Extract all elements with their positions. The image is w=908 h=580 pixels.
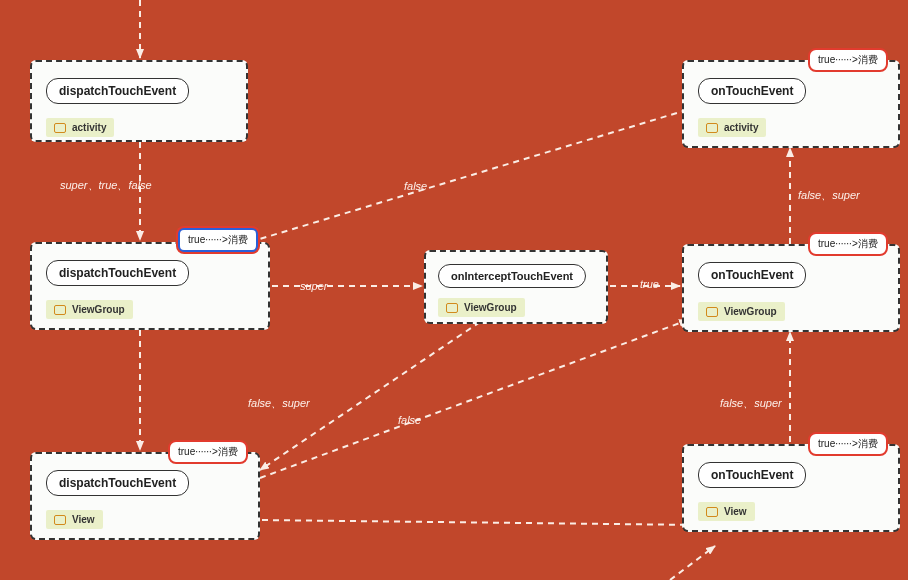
package-icon <box>706 123 718 133</box>
edge-label: false <box>398 414 421 426</box>
node-subtype-label: View <box>72 514 95 525</box>
node-ontouch-viewgroup: onTouchEvent ViewGroup <box>682 244 900 332</box>
node-subtype: activity <box>698 118 766 137</box>
edge-label: false、super <box>248 396 310 411</box>
consume-badge-dispatch-view: true······>消费 <box>168 440 248 464</box>
edge-label: super、true、false <box>60 178 152 193</box>
package-icon <box>706 507 718 517</box>
svg-line-11 <box>670 546 715 580</box>
edge-label: false、super <box>798 188 860 203</box>
node-title: onTouchEvent <box>698 262 806 288</box>
node-subtype-label: ViewGroup <box>72 304 125 315</box>
svg-line-10 <box>262 520 700 525</box>
package-icon <box>706 307 718 317</box>
node-subtype: ViewGroup <box>438 298 525 317</box>
edge-label: true <box>640 278 659 290</box>
node-subtype: activity <box>46 118 114 137</box>
node-title: onInterceptTouchEvent <box>438 264 586 288</box>
node-subtype-label: activity <box>724 122 758 133</box>
node-ontouch-activity: onTouchEvent activity <box>682 60 900 148</box>
package-icon <box>54 305 66 315</box>
node-subtype-label: ViewGroup <box>724 306 777 317</box>
node-intercept-viewgroup: onInterceptTouchEvent ViewGroup <box>424 250 608 324</box>
node-title: dispatchTouchEvent <box>46 260 189 286</box>
svg-line-8 <box>250 106 700 242</box>
consume-badge-ontouch-view: true······>消费 <box>808 432 888 456</box>
node-title: onTouchEvent <box>698 78 806 104</box>
package-icon <box>54 123 66 133</box>
node-subtype: View <box>698 502 755 521</box>
edge-label: false、super <box>720 396 782 411</box>
node-subtype-label: View <box>724 506 747 517</box>
node-subtype-label: activity <box>72 122 106 133</box>
consume-badge-dispatch-viewgroup: true······>消费 <box>178 228 258 252</box>
diagram-canvas: { "nodes": { "n1": { "title": "dispatchT… <box>0 0 908 580</box>
node-subtype: ViewGroup <box>698 302 785 321</box>
node-title: dispatchTouchEvent <box>46 470 189 496</box>
node-subtype: View <box>46 510 103 529</box>
node-dispatch-activity: dispatchTouchEvent activity <box>30 60 248 142</box>
consume-badge-ontouch-viewgroup: true······>消费 <box>808 232 888 256</box>
svg-line-9 <box>260 320 688 478</box>
node-dispatch-view: dispatchTouchEvent View <box>30 452 260 540</box>
package-icon <box>446 303 458 313</box>
node-title: dispatchTouchEvent <box>46 78 189 104</box>
package-icon <box>54 515 66 525</box>
consume-badge-ontouch-activity: true······>消费 <box>808 48 888 72</box>
node-subtype: ViewGroup <box>46 300 133 319</box>
node-subtype-label: ViewGroup <box>464 302 517 313</box>
node-title: onTouchEvent <box>698 462 806 488</box>
edge-label: false <box>404 180 427 192</box>
edge-label: super <box>300 280 328 292</box>
node-dispatch-viewgroup: dispatchTouchEvent ViewGroup <box>30 242 270 330</box>
node-ontouch-view: onTouchEvent View <box>682 444 900 532</box>
